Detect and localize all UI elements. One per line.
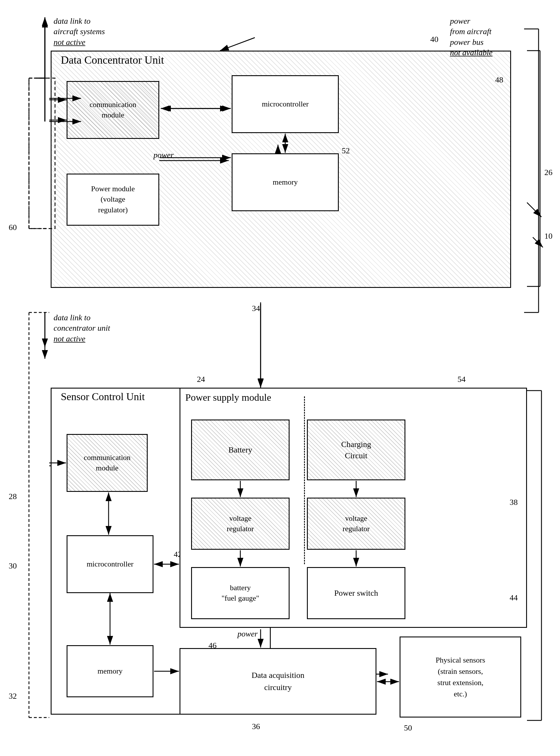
psm-battery-label: Battery bbox=[228, 445, 252, 455]
svg-line-9 bbox=[527, 203, 541, 217]
dcu-powermod-label: Power module(voltage regulator) bbox=[91, 184, 136, 215]
phys-sensors-box: Physical sensors(strain sensors,strut ex… bbox=[400, 636, 521, 717]
dcu-micro-label: microcontroller bbox=[262, 100, 309, 108]
psm-dashed-divider bbox=[304, 396, 305, 564]
scu-title: Sensor Control Unit bbox=[61, 391, 145, 403]
psm-power-label-bottom: power bbox=[237, 629, 258, 638]
scu-memory-box: memory bbox=[66, 645, 154, 697]
scu-comm-box: communicationmodule bbox=[66, 434, 148, 492]
ref-30: 30 bbox=[9, 561, 17, 570]
not-active-label-2: not active bbox=[54, 334, 85, 343]
svg-line-66 bbox=[533, 237, 543, 247]
dcu-memory-label: memory bbox=[273, 178, 298, 187]
psm-switch-label: Power switch bbox=[334, 587, 378, 598]
diagram: data link to aircraft systems not active… bbox=[0, 0, 560, 756]
ref-10: 10 bbox=[544, 231, 553, 241]
scu-comm-label: communicationmodule bbox=[84, 453, 131, 474]
dcu-powermod-box: Power module(voltage regulator) bbox=[66, 174, 159, 226]
psm-switch-box: Power switch bbox=[307, 567, 405, 619]
ref-40: 40 bbox=[430, 35, 438, 44]
scu-memory-label: memory bbox=[98, 667, 123, 676]
dac-box: Data acquisitioncircuitry bbox=[180, 648, 376, 715]
dcu-comm-box: communicationmodule bbox=[66, 81, 159, 139]
dcu-memory-box: memory bbox=[232, 153, 339, 211]
ref-24: 24 bbox=[197, 375, 205, 384]
data-link-concentrator-label: data link to concentrator unit not activ… bbox=[54, 313, 143, 344]
ref-28: 28 bbox=[9, 492, 17, 501]
psm-battery-box: Battery bbox=[191, 420, 289, 480]
psm-vreg2-box: voltageregulator bbox=[307, 498, 405, 550]
ref-26: 26 bbox=[544, 168, 553, 177]
scu-micro-label: microcontroller bbox=[86, 560, 134, 568]
dcu-title: Data Concentrator Unit bbox=[61, 54, 164, 66]
psm-vreg1-box: voltageregulator bbox=[191, 498, 289, 550]
data-link-aircraft-label: data link to aircraft systems not active bbox=[54, 16, 143, 47]
psm-fuelgauge-box: battery"fuel gauge" bbox=[191, 567, 289, 619]
ref-32: 32 bbox=[9, 692, 17, 701]
ref-48: 48 bbox=[495, 75, 503, 84]
ref-50: 50 bbox=[404, 723, 412, 733]
psm-charging-label: ChargingCircuit bbox=[341, 439, 371, 461]
ref-38: 38 bbox=[509, 498, 518, 507]
dac-label: Data acquisitioncircuitry bbox=[252, 669, 305, 693]
not-active-label-1: not active bbox=[54, 38, 85, 47]
psm-fuelgauge-label: battery"fuel gauge" bbox=[221, 583, 259, 604]
psm-vreg1-label: voltageregulator bbox=[227, 513, 254, 534]
dcu-comm-label: communicationmodule bbox=[89, 100, 136, 121]
ref-34: 34 bbox=[252, 304, 260, 313]
ref-44: 44 bbox=[509, 593, 518, 602]
phys-sensors-label: Physical sensors(strain sensors,strut ex… bbox=[431, 654, 491, 699]
dcu-power-label: power bbox=[154, 150, 174, 160]
psm-vreg2-label: voltageregulator bbox=[343, 513, 370, 534]
psm-charging-box: ChargingCircuit bbox=[307, 420, 405, 480]
ref-60: 60 bbox=[9, 223, 17, 232]
dcu-micro-box: microcontroller bbox=[232, 75, 339, 133]
scu-micro-box: microcontroller bbox=[66, 535, 154, 593]
psm-title: Power supply module bbox=[185, 392, 271, 403]
ref-52: 52 bbox=[342, 146, 350, 155]
svg-line-10 bbox=[220, 38, 255, 50]
ref-36: 36 bbox=[252, 722, 260, 731]
ref-54: 54 bbox=[458, 375, 466, 384]
